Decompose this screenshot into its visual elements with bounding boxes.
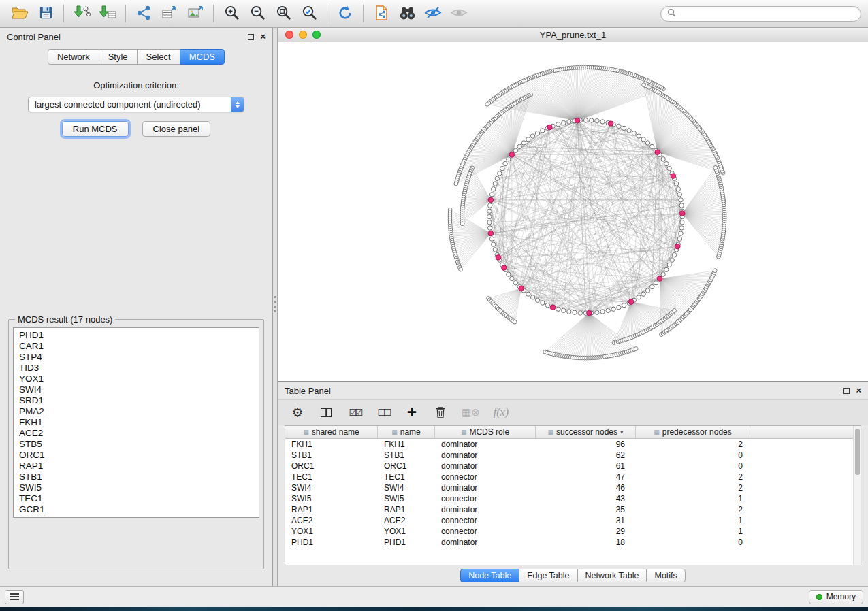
result-node[interactable]: STB5 (19, 439, 253, 450)
cell-shared-name[interactable]: YOX1 (285, 527, 378, 536)
table-row[interactable]: YOX1YOX1connector291 (285, 526, 861, 537)
table-row[interactable]: PHD1PHD1dominator180 (285, 537, 861, 548)
column-header-successor-nodes[interactable]: ▦successor nodes▾ (536, 426, 636, 438)
cell-predecessor-nodes[interactable]: 0 (636, 538, 750, 547)
cell-name[interactable]: ORC1 (378, 461, 435, 471)
cell-mcds-role[interactable]: connector (435, 527, 536, 536)
tab-motifs[interactable]: Motifs (646, 569, 685, 582)
cell-shared-name[interactable]: ACE2 (285, 516, 378, 525)
close-table-panel-icon[interactable]: × (856, 387, 861, 394)
deselect-all-icon[interactable]: ☐☐ (376, 403, 391, 421)
network-hub-stb5[interactable] (496, 255, 501, 261)
scrollbar-thumb[interactable] (855, 429, 860, 475)
cell-predecessor-nodes[interactable]: 2 (636, 472, 750, 482)
result-node[interactable]: PMA2 (19, 406, 253, 417)
tab-style[interactable]: Style (99, 49, 138, 65)
network-hub-orc1[interactable] (509, 152, 515, 158)
column-header-predecessor-nodes[interactable]: ▦predecessor nodes (636, 426, 750, 438)
cell-name[interactable]: RAP1 (378, 505, 435, 514)
result-node[interactable]: SWI5 (19, 482, 253, 493)
tab-network[interactable]: Network (48, 49, 99, 65)
cell-mcds-role[interactable]: dominator (435, 440, 536, 449)
cell-predecessor-nodes[interactable]: 2 (636, 440, 750, 449)
cell-predecessor-nodes[interactable]: 2 (636, 505, 750, 514)
cell-mcds-role[interactable]: dominator (435, 505, 536, 514)
table-row[interactable]: SWI5SWI5connector431 (285, 493, 861, 504)
export-network-button[interactable] (131, 3, 157, 25)
cell-predecessor-nodes[interactable]: 1 (636, 494, 750, 503)
cell-successor-nodes[interactable]: 29 (536, 527, 636, 536)
export-image-button[interactable] (182, 3, 208, 25)
result-node[interactable]: TEC1 (19, 493, 253, 504)
cell-shared-name[interactable]: RAP1 (285, 505, 378, 514)
cell-shared-name[interactable]: STB1 (285, 450, 378, 460)
tab-select[interactable]: Select (137, 49, 180, 65)
hide-selected-button[interactable] (420, 3, 446, 25)
zoom-fit-button[interactable] (270, 3, 296, 25)
cell-mcds-role[interactable]: dominator (435, 538, 536, 547)
zoom-in-button[interactable] (219, 3, 244, 25)
tab-node-table[interactable]: Node Table (460, 569, 519, 582)
cell-mcds-role[interactable]: dominator (435, 450, 536, 460)
close-panel-icon[interactable]: × (260, 33, 266, 40)
result-node[interactable]: PHD1 (19, 330, 253, 341)
cell-name[interactable]: FKH1 (378, 440, 435, 449)
network-hub-tec1[interactable] (587, 310, 592, 316)
memory-button[interactable]: Memory (809, 590, 863, 604)
table-row[interactable]: TEC1TEC1connector472 (285, 472, 861, 482)
run-mcds-button[interactable]: Run MCDS (62, 121, 129, 137)
network-hub-tid3[interactable] (671, 174, 676, 179)
function-builder-icon[interactable]: f(x) (494, 403, 509, 421)
cell-successor-nodes[interactable]: 31 (536, 516, 636, 525)
cell-mcds-role[interactable]: connector (435, 516, 536, 525)
menu-icon[interactable] (5, 590, 24, 604)
cell-successor-nodes[interactable]: 62 (536, 450, 636, 460)
tab-mcds[interactable]: MCDS (180, 49, 225, 65)
network-hub-srd1[interactable] (675, 244, 680, 249)
result-node[interactable]: SWI4 (19, 384, 253, 395)
cell-predecessor-nodes[interactable]: 1 (636, 527, 750, 536)
show-hidden-button[interactable] (446, 3, 472, 25)
minimize-window-icon[interactable] (299, 31, 307, 39)
result-node[interactable]: ACE2 (19, 428, 253, 439)
cell-mcds-role[interactable]: dominator (435, 483, 536, 493)
table-row[interactable]: RAP1RAP1dominator352 (285, 504, 861, 515)
table-row[interactable]: ORC1ORC1dominator610 (285, 461, 861, 472)
result-node[interactable]: CAR1 (19, 341, 253, 352)
cell-shared-name[interactable]: TEC1 (285, 472, 378, 482)
network-hub-car1[interactable] (547, 125, 553, 130)
network-hub-phd1[interactable] (519, 286, 524, 291)
export-table-button[interactable] (157, 3, 182, 25)
cell-shared-name[interactable]: ORC1 (285, 461, 378, 471)
cell-name[interactable]: STB1 (378, 450, 435, 460)
cell-successor-nodes[interactable]: 43 (536, 494, 636, 503)
result-node[interactable]: GCR1 (19, 504, 253, 515)
close-panel-button[interactable]: Close panel (142, 121, 211, 137)
network-hub-rap1[interactable] (628, 299, 634, 305)
network-hub-stp4[interactable] (608, 121, 613, 127)
result-node[interactable]: TID3 (19, 363, 253, 374)
criterion-dropdown[interactable]: largest connected component (undirected) (28, 97, 244, 112)
cell-successor-nodes[interactable]: 47 (536, 472, 636, 482)
network-view[interactable] (278, 42, 868, 381)
import-table-button[interactable] (95, 3, 120, 25)
column-dropdown-icon[interactable]: ▾ (620, 429, 624, 435)
cell-shared-name[interactable]: SWI5 (285, 494, 378, 503)
open-file-button[interactable] (7, 3, 33, 25)
network-hub-yox1[interactable] (488, 197, 494, 203)
share-document-button[interactable] (368, 3, 394, 25)
cell-successor-nodes[interactable]: 61 (536, 461, 636, 471)
cell-mcds-role[interactable]: dominator (435, 461, 536, 471)
float-panel-icon[interactable] (248, 34, 254, 40)
cell-predecessor-nodes[interactable]: 0 (636, 450, 750, 460)
column-header-shared-name[interactable]: ▦shared name (285, 426, 378, 438)
cell-predecessor-nodes[interactable]: 2 (636, 483, 750, 493)
cell-name[interactable]: YOX1 (378, 527, 435, 536)
table-row[interactable]: FKH1FKH1dominator962 (285, 439, 861, 450)
network-hub-stb1[interactable] (655, 150, 660, 155)
column-header-name[interactable]: ▦name (378, 426, 435, 438)
cell-name[interactable]: PHD1 (378, 538, 435, 547)
cell-shared-name[interactable]: PHD1 (285, 538, 378, 547)
network-hub-swi5[interactable] (657, 276, 662, 282)
zoom-out-button[interactable] (244, 3, 270, 25)
